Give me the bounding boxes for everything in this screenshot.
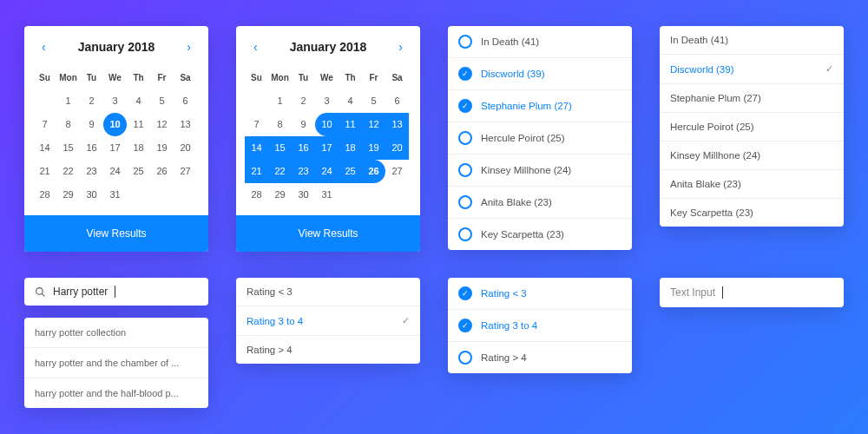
list-item[interactable]: Stephanie Plum (27) (660, 84, 844, 113)
calendar-day[interactable]: 17 (103, 136, 127, 160)
calendar-day[interactable]: 10 (103, 113, 127, 136)
calendar-day[interactable]: 25 (339, 160, 362, 183)
list-item[interactable]: Anita Blake (23) (448, 187, 632, 219)
calendar-day[interactable]: 21 (33, 160, 56, 183)
list-item[interactable]: Rating 3 to 4✓ (236, 306, 420, 336)
calendar-day[interactable]: 4 (339, 89, 362, 113)
calendar-day[interactable]: 5 (150, 89, 174, 113)
calendar-day[interactable]: 27 (174, 160, 197, 183)
list-item[interactable]: In Death (41) (660, 26, 844, 55)
calendar-day[interactable]: 28 (245, 183, 268, 207)
calendar-day[interactable]: 8 (56, 113, 80, 136)
calendar-day[interactable]: 15 (268, 136, 292, 160)
list-item[interactable]: Hercule Poirot (25) (660, 113, 844, 141)
calendar-day[interactable]: 11 (339, 113, 362, 136)
calendar-day[interactable]: 3 (315, 89, 339, 113)
calendar-day[interactable]: 7 (33, 113, 56, 136)
calendar-day[interactable]: 10 (315, 113, 339, 136)
list-item[interactable]: Anita Blake (23) (660, 170, 844, 199)
calendar-day[interactable]: 1 (56, 89, 80, 113)
calendar-day[interactable]: 8 (268, 113, 292, 136)
calendar-day[interactable]: 28 (33, 183, 56, 207)
list-item[interactable]: Key Scarpetta (23) (660, 199, 844, 227)
next-month-button[interactable]: › (183, 38, 194, 56)
calendar-day[interactable]: 4 (127, 89, 150, 113)
list-item-label: Rating 3 to 4 (481, 320, 537, 331)
calendar-day[interactable]: 5 (362, 89, 385, 113)
calendar-day[interactable]: 16 (80, 136, 103, 160)
search-input[interactable]: Harry potter (24, 278, 208, 306)
calendar-day[interactable]: 30 (292, 183, 315, 207)
calendar-day[interactable]: 11 (127, 113, 150, 136)
calendar-day[interactable]: 14 (33, 136, 56, 160)
list-item[interactable]: Kinsey Millhone (24) (448, 155, 632, 187)
list-item[interactable]: Rating 3 to 4 (448, 310, 632, 342)
search-icon (35, 286, 46, 298)
calendar-day[interactable]: 24 (315, 160, 339, 183)
prev-month-button[interactable]: ‹ (38, 38, 49, 56)
calendar-day[interactable]: 3 (103, 89, 127, 113)
list-item[interactable]: Discworld (39) (448, 58, 632, 90)
list-item[interactable]: Discworld (39)✓ (660, 55, 844, 84)
calendar-day[interactable]: 13 (385, 113, 409, 136)
list-item[interactable]: Key Scarpetta (23) (448, 219, 632, 250)
calendar-day[interactable]: 24 (103, 160, 127, 183)
calendar-day[interactable]: 25 (127, 160, 150, 183)
calendar-day[interactable]: 18 (339, 136, 362, 160)
suggestion-item[interactable]: harry potter and the half-blood p... (24, 378, 208, 408)
calendar-day[interactable]: 17 (315, 136, 339, 160)
calendar-day[interactable]: 31 (315, 183, 339, 207)
calendar-day[interactable]: 26 (150, 160, 174, 183)
calendar-day[interactable]: 20 (385, 136, 409, 160)
calendar-day[interactable]: 18 (127, 136, 150, 160)
text-input[interactable]: Text Input (660, 278, 844, 307)
calendar-day[interactable]: 26 (362, 160, 385, 183)
list-item[interactable]: Stephanie Plum (27) (448, 90, 632, 122)
list-item[interactable]: Hercule Poirot (25) (448, 122, 632, 155)
list-item[interactable]: Rating < 3 (448, 278, 632, 310)
search-suggestions: harry potter collectionharry potter and … (24, 318, 208, 408)
calendar-day[interactable]: 13 (174, 113, 197, 136)
calendar-day[interactable]: 20 (174, 136, 197, 160)
calendar-day[interactable]: 6 (174, 89, 197, 113)
prev-month-button[interactable]: ‹ (250, 38, 261, 56)
calendar-day[interactable]: 19 (150, 136, 174, 160)
list-item[interactable]: Rating > 4 (448, 342, 632, 373)
suggestion-item[interactable]: harry potter collection (24, 318, 208, 348)
list-item[interactable]: Kinsey Millhone (24) (660, 141, 844, 170)
calendar-day[interactable]: 6 (385, 89, 409, 113)
calendar-day[interactable]: 12 (362, 113, 385, 136)
calendar-day[interactable]: 31 (103, 183, 127, 207)
calendar-day[interactable]: 29 (268, 183, 292, 207)
calendar-day[interactable]: 15 (56, 136, 80, 160)
list-item[interactable]: In Death (41) (448, 26, 632, 58)
calendar-day[interactable]: 30 (80, 183, 103, 207)
next-month-button[interactable]: › (395, 38, 406, 56)
list-item[interactable]: Rating < 3 (236, 278, 420, 306)
calendar-day[interactable]: 1 (268, 89, 292, 113)
list-item[interactable]: Rating > 4 (236, 336, 420, 364)
calendar-day[interactable]: 9 (292, 113, 315, 136)
view-results-button[interactable]: View Results (236, 215, 420, 252)
calendar-day[interactable]: 27 (385, 160, 409, 183)
svg-point-0 (36, 287, 43, 294)
calendar-day[interactable]: 7 (245, 113, 268, 136)
calendar-day[interactable]: 16 (292, 136, 315, 160)
calendar-day[interactable]: 14 (245, 136, 268, 160)
suggestion-item[interactable]: harry potter and the chamber of ... (24, 348, 208, 378)
calendar-day[interactable]: 23 (292, 160, 315, 183)
calendar-day[interactable]: 29 (56, 183, 80, 207)
calendar-day[interactable]: 2 (292, 89, 315, 113)
view-results-button[interactable]: View Results (24, 215, 208, 252)
calendar-day[interactable]: 23 (80, 160, 103, 183)
calendar-day[interactable]: 22 (268, 160, 292, 183)
calendar-day[interactable]: 12 (150, 113, 174, 136)
calendar-day[interactable]: 2 (80, 89, 103, 113)
series-singleselect: In Death (41)Discworld (39)✓Stephanie Pl… (660, 26, 844, 227)
calendar-day[interactable]: 22 (56, 160, 80, 183)
calendar-day[interactable]: 9 (80, 113, 103, 136)
calendar-day[interactable]: 19 (362, 136, 385, 160)
check-icon (458, 319, 472, 332)
check-icon (458, 99, 472, 113)
calendar-day[interactable]: 21 (245, 160, 268, 183)
